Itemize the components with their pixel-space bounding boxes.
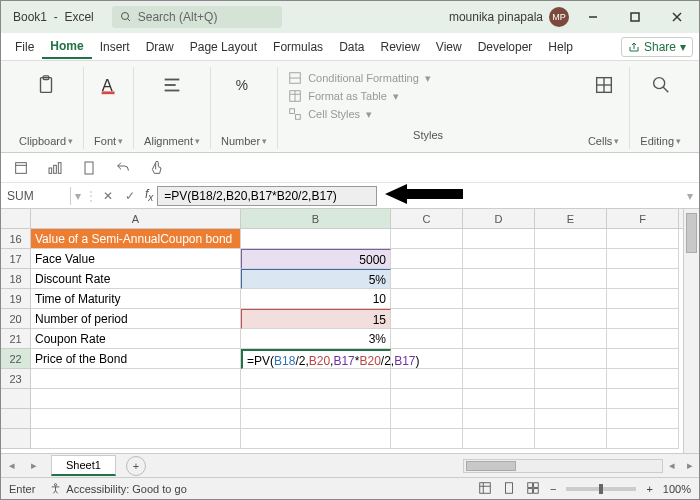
row-23-header[interactable]: 23 <box>1 369 31 389</box>
minimize-button[interactable] <box>575 3 611 31</box>
maximize-button[interactable] <box>617 3 653 31</box>
row-18-header[interactable]: 18 <box>1 269 31 289</box>
cell-B20[interactable]: 15 <box>241 309 391 329</box>
svg-marker-31 <box>385 184 463 204</box>
cell-A18[interactable]: Discount Rate <box>31 269 241 289</box>
cell-A17[interactable]: Face Value <box>31 249 241 269</box>
tab-draw[interactable]: Draw <box>138 36 182 58</box>
cell-A16[interactable]: Value of a Semi-AnnualCoupon bond <box>31 229 241 249</box>
tab-developer[interactable]: Developer <box>470 36 541 58</box>
cells-icon <box>590 71 618 99</box>
row-17-header[interactable]: 17 <box>1 249 31 269</box>
search-icon <box>120 11 132 23</box>
svg-rect-30 <box>85 162 93 174</box>
view-page-icon[interactable] <box>502 481 516 497</box>
cell-A20[interactable]: Number of period <box>31 309 241 329</box>
svg-rect-3 <box>631 13 639 21</box>
col-B[interactable]: B <box>241 209 391 228</box>
row-19-header[interactable]: 19 <box>1 289 31 309</box>
ribbon-cells[interactable]: Cells▾ <box>578 67 630 149</box>
ribbon-number[interactable]: % Number▾ <box>211 67 278 149</box>
tab-page-layout[interactable]: Page Layout <box>182 36 265 58</box>
cell-A22[interactable]: Price of the Bond <box>31 349 241 369</box>
tab-file[interactable]: File <box>7 36 42 58</box>
horizontal-scrollbar[interactable] <box>463 459 663 473</box>
tab-formulas[interactable]: Formulas <box>265 36 331 58</box>
cell-styles-button[interactable]: Cell Styles ▾ <box>288 107 568 121</box>
cell-A19[interactable]: Time of Maturity <box>31 289 241 309</box>
formula-bar-expand[interactable]: ▾ <box>687 189 699 203</box>
svg-rect-40 <box>534 488 539 493</box>
ribbon-clipboard[interactable]: Clipboard▾ <box>9 67 84 149</box>
zoom-slider[interactable] <box>566 487 636 491</box>
cell-A21[interactable]: Coupon Rate <box>31 329 241 349</box>
accessibility-status[interactable]: Accessibility: Good to go <box>49 482 186 495</box>
row-21-header[interactable]: 21 <box>1 329 31 349</box>
formula-input[interactable]: =PV(B18/2,B20,B17*B20/2,B17) <box>157 186 377 206</box>
clipboard-icon <box>32 71 60 99</box>
qat-chart-icon[interactable] <box>45 158 65 178</box>
tab-insert[interactable]: Insert <box>92 36 138 58</box>
cell-B17[interactable]: 5000 <box>241 249 391 269</box>
formula-bar: SUM ▾ ⋮ ✕ ✓ fx =PV(B18/2,B20,B17*B20/2,B… <box>1 183 699 209</box>
svg-rect-19 <box>290 109 295 114</box>
col-A[interactable]: A <box>31 209 241 228</box>
alignment-icon <box>158 71 186 99</box>
sheet-tab-1[interactable]: Sheet1 <box>51 455 116 476</box>
qat-undo-icon[interactable] <box>113 158 133 178</box>
tab-data[interactable]: Data <box>331 36 372 58</box>
view-break-icon[interactable] <box>526 481 540 497</box>
vertical-scrollbar[interactable] <box>683 209 699 453</box>
qat-touch-icon[interactable] <box>147 158 167 178</box>
enter-formula-button[interactable]: ✓ <box>119 189 141 203</box>
share-button[interactable]: Share▾ <box>621 37 693 57</box>
col-D[interactable]: D <box>463 209 535 228</box>
search-box[interactable]: Search (Alt+Q) <box>112 6 282 28</box>
qat-save-icon[interactable] <box>11 158 31 178</box>
cell-B19[interactable]: 10 <box>241 289 391 309</box>
tab-help[interactable]: Help <box>540 36 581 58</box>
tab-home[interactable]: Home <box>42 35 91 59</box>
svg-rect-27 <box>49 168 52 173</box>
cell-B18[interactable]: 5% <box>241 269 391 289</box>
zoom-out-button[interactable]: − <box>550 483 556 495</box>
cell-B16[interactable] <box>241 229 391 249</box>
svg-rect-36 <box>505 482 512 493</box>
editing-icon <box>647 71 675 99</box>
tab-nav-prev[interactable]: ◂ <box>1 459 23 472</box>
col-C[interactable]: C <box>391 209 463 228</box>
svg-line-25 <box>663 87 669 93</box>
svg-rect-39 <box>528 488 533 493</box>
cell-B21[interactable]: 3% <box>241 329 391 349</box>
tab-review[interactable]: Review <box>372 36 427 58</box>
close-button[interactable] <box>659 3 695 31</box>
add-sheet-button[interactable]: + <box>126 456 146 476</box>
tab-view[interactable]: View <box>428 36 470 58</box>
svg-text:A: A <box>101 76 112 94</box>
user-name[interactable]: mounika pinapala <box>449 10 543 24</box>
zoom-level[interactable]: 100% <box>663 483 691 495</box>
row-16-header[interactable]: 16 <box>1 229 31 249</box>
tab-nav-next[interactable]: ▸ <box>23 459 45 472</box>
avatar[interactable]: MP <box>549 7 569 27</box>
cancel-formula-button[interactable]: ✕ <box>97 189 119 203</box>
zoom-in-button[interactable]: + <box>646 483 652 495</box>
row-22-header[interactable]: 22 <box>1 349 31 369</box>
qat-page-icon[interactable] <box>79 158 99 178</box>
ribbon-editing[interactable]: Editing▾ <box>630 67 691 149</box>
format-as-table-button[interactable]: Format as Table ▾ <box>288 89 568 103</box>
row-20-header[interactable]: 20 <box>1 309 31 329</box>
ribbon-font[interactable]: A Font▾ <box>84 67 134 149</box>
worksheet: A B C D E F 16Value of a Semi-AnnualCoup… <box>1 209 699 449</box>
view-normal-icon[interactable] <box>478 481 492 497</box>
col-F[interactable]: F <box>607 209 679 228</box>
fx-icon[interactable]: fx <box>145 187 153 203</box>
number-icon: % <box>230 71 258 99</box>
svg-rect-28 <box>54 165 57 173</box>
conditional-formatting-button[interactable]: Conditional Formatting ▾ <box>288 71 568 85</box>
cell-B22[interactable]: =PV(B18/2,B20,B17*B20/2,B17) <box>241 349 391 369</box>
col-E[interactable]: E <box>535 209 607 228</box>
name-box[interactable]: SUM <box>1 187 71 205</box>
ribbon-alignment[interactable]: Alignment▾ <box>134 67 211 149</box>
select-all-corner[interactable] <box>1 209 31 228</box>
